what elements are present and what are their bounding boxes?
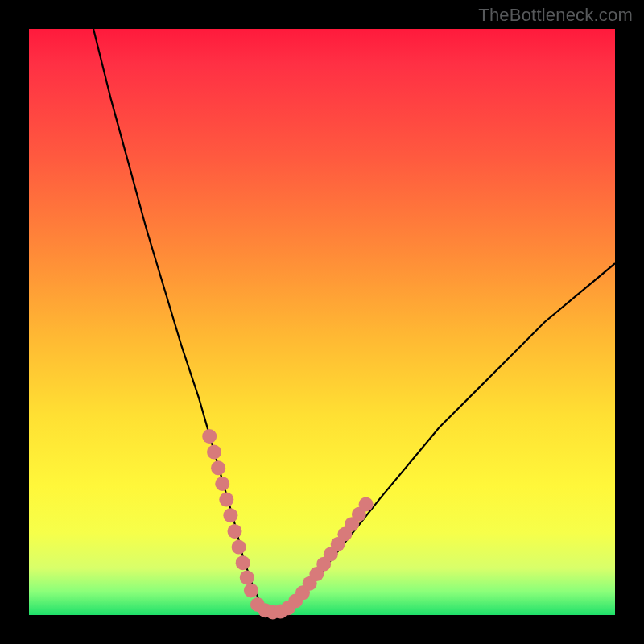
bead — [232, 540, 246, 555]
bead — [211, 460, 225, 475]
bead — [219, 493, 233, 507]
bead — [223, 508, 237, 522]
bead — [236, 555, 250, 570]
bead — [359, 497, 374, 511]
bead-cluster — [202, 429, 373, 619]
chart-frame: TheBottleneck.com — [0, 0, 644, 644]
bead — [202, 429, 217, 444]
plot-area — [29, 29, 615, 615]
bead — [215, 477, 229, 491]
bead — [228, 524, 242, 539]
bead — [207, 445, 221, 460]
bead — [244, 583, 258, 597]
bead — [240, 570, 254, 584]
watermark-text: TheBottleneck.com — [478, 5, 633, 26]
curve-svg — [29, 29, 615, 615]
